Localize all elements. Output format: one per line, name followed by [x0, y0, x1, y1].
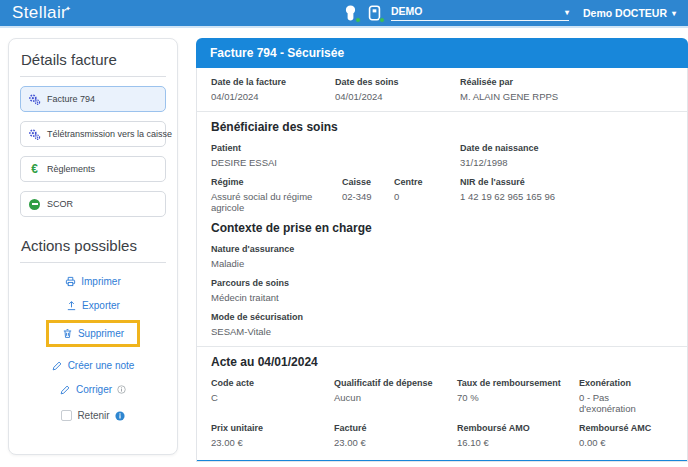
- app-header: Stellair ✦ DEMO ▾ Demo DOCTEUR ▾: [0, 0, 688, 28]
- field-value: 0.00 €: [579, 437, 665, 448]
- action-label: Supprimer: [78, 328, 124, 339]
- action-supprimer[interactable]: Supprimer: [62, 328, 124, 339]
- field-label: Code acte: [211, 378, 326, 389]
- field-value: 1 42 19 62 965 165 96: [460, 191, 665, 202]
- field-nir: NIR de l'assuré 1 42 19 62 965 165 96: [460, 177, 673, 213]
- field-value: 16.10 €: [457, 437, 571, 448]
- action-label: Créer une note: [68, 360, 135, 371]
- field-value: Médecin traitant: [211, 292, 665, 303]
- field-label: Date de naissance: [460, 143, 665, 154]
- field-value: C: [211, 392, 326, 403]
- beneficiaire-row1: Patient DESIRE ESSAI Date de naissance 3…: [211, 143, 673, 168]
- action-label: Corriger: [76, 384, 112, 395]
- retenir-checkbox[interactable]: [61, 410, 72, 421]
- field-taux-remboursement: Taux de remboursement 70 %: [457, 378, 579, 414]
- invoice-panel-body: Date de la facture 04/01/2024 Date des s…: [196, 68, 688, 462]
- field-rembourse-amc: Remboursé AMC 0.00 €: [579, 423, 673, 448]
- field-date-naissance: Date de naissance 31/12/1998: [460, 143, 673, 168]
- trash-icon: [62, 328, 73, 339]
- field-patient: Patient DESIRE ESSAI: [211, 143, 460, 168]
- field-parcours-soins: Parcours de soins Médecin traitant: [211, 278, 673, 303]
- field-label: Remboursé AMO: [457, 423, 571, 434]
- action-imprimer[interactable]: Imprimer: [65, 276, 120, 287]
- environment-select-value: DEMO: [391, 5, 423, 17]
- section-title-acte: Acte au 04/01/2024: [211, 355, 673, 369]
- field-label: Mode de sécurisation: [211, 312, 665, 323]
- field-regime: Régime Assuré social du régime agricole: [211, 177, 342, 213]
- invoice-panel-title: Facture 794 - Sécurisée: [196, 38, 688, 68]
- retenir-option[interactable]: Retenir: [61, 410, 124, 421]
- field-code-acte: Code acte C: [211, 378, 334, 414]
- action-label: Imprimer: [81, 276, 120, 287]
- field-value: Aucun: [334, 392, 449, 403]
- info-icon: [115, 411, 125, 421]
- user-menu-label: Demo DOCTEUR: [583, 7, 667, 19]
- field-value: 23.00 €: [334, 437, 449, 448]
- field-value: 70 %: [457, 392, 571, 403]
- info-icon: [117, 385, 126, 394]
- field-nature-assurance: Nature d'assurance Maladie: [211, 244, 673, 269]
- sidebar-item-label: Facture 794: [47, 94, 95, 104]
- field-mode-securisation: Mode de sécurisation SESAM-Vitale: [211, 312, 673, 337]
- sidebar-item-label: Télétransmission vers la caisse: [47, 129, 172, 139]
- field-value: 04/01/2024: [211, 91, 327, 102]
- app-logo: Stellair ✦: [12, 0, 67, 26]
- acte-row2: Prix unitaire 23.00 € Facturé 23.00 € Re…: [211, 423, 673, 448]
- field-label: Patient: [211, 143, 452, 154]
- field-date-facture: Date de la facture 04/01/2024: [211, 77, 335, 102]
- field-label: Remboursé AMC: [579, 423, 665, 434]
- action-corriger[interactable]: Corriger: [60, 384, 126, 395]
- gears-icon: [28, 128, 41, 141]
- actions-title: Actions possibles: [20, 237, 166, 263]
- field-value: DESIRE ESSAI: [211, 157, 452, 168]
- beneficiaire-row2: Régime Assuré social du régime agricole …: [211, 177, 673, 213]
- divider: [197, 346, 687, 347]
- acte-row1: Code acte C Qualificatif de dépense Aucu…: [211, 378, 673, 414]
- invoice-panel: Facture 794 - Sécurisée Date de la factu…: [196, 38, 688, 462]
- action-label: Exporter: [82, 300, 120, 311]
- cps-card-icon[interactable]: [343, 5, 359, 22]
- sidebar-item-label: Règlements: [47, 164, 95, 174]
- field-value: 04/01/2024: [335, 91, 452, 102]
- logo-spark-icon: ✦: [65, 0, 71, 22]
- invoice-summary-row: Date de la facture 04/01/2024 Date des s…: [211, 77, 673, 102]
- annotation-highlight-box: Supprimer: [46, 320, 140, 347]
- cps-status-dot: [355, 17, 361, 23]
- sidebar-item-reglements[interactable]: € Règlements: [20, 156, 166, 182]
- environment-select[interactable]: DEMO ▾: [391, 5, 569, 21]
- sidebar-item-facture[interactable]: Facture 794: [20, 86, 166, 112]
- field-value: 0: [394, 191, 452, 202]
- field-qualificatif: Qualificatif de dépense Aucun: [334, 378, 457, 414]
- field-value: M. ALAIN GENE RPPS: [460, 91, 665, 102]
- field-label: Date des soins: [335, 77, 452, 88]
- actions-list: Imprimer Exporter Supprimer: [20, 263, 166, 421]
- sidebar-item-scor[interactable]: SCOR: [20, 191, 166, 217]
- field-value: SESAM-Vitale: [211, 326, 665, 337]
- invoice-details-sidebar: Détails facture Facture 794 Télétransmis…: [8, 38, 178, 455]
- action-creer-note[interactable]: Créer une note: [52, 360, 135, 371]
- sidebar-item-label: SCOR: [47, 199, 73, 209]
- reader-status-dot: [379, 17, 385, 23]
- chevron-down-icon: ▾: [672, 9, 676, 18]
- field-value: 23.00 €: [211, 437, 326, 448]
- card-reader-icon[interactable]: [367, 5, 383, 22]
- retenir-label: Retenir: [77, 410, 109, 421]
- field-label: Qualificatif de dépense: [334, 378, 449, 389]
- header-right-group: DEMO ▾ Demo DOCTEUR ▾: [343, 5, 676, 22]
- field-rembourse-amo: Remboursé AMO 16.10 €: [457, 423, 579, 448]
- pencil-icon: [60, 384, 71, 395]
- chevron-down-icon: ▾: [565, 8, 569, 17]
- field-label: Réalisée par: [460, 77, 665, 88]
- section-title-contexte: Contexte de prise en charge: [211, 221, 673, 235]
- action-exporter[interactable]: Exporter: [66, 300, 120, 311]
- field-date-soins: Date des soins 04/01/2024: [335, 77, 460, 102]
- sidebar-item-teletransmission[interactable]: Télétransmission vers la caisse: [20, 121, 166, 147]
- field-label: Nature d'assurance: [211, 244, 665, 255]
- field-centre: Centre 0: [394, 177, 460, 213]
- field-value: 02-349: [342, 191, 386, 202]
- field-facture: Facturé 23.00 €: [334, 423, 457, 448]
- upload-icon: [66, 300, 77, 311]
- field-label: Centre: [394, 177, 452, 188]
- user-menu[interactable]: Demo DOCTEUR ▾: [583, 7, 676, 19]
- printer-icon: [65, 276, 76, 287]
